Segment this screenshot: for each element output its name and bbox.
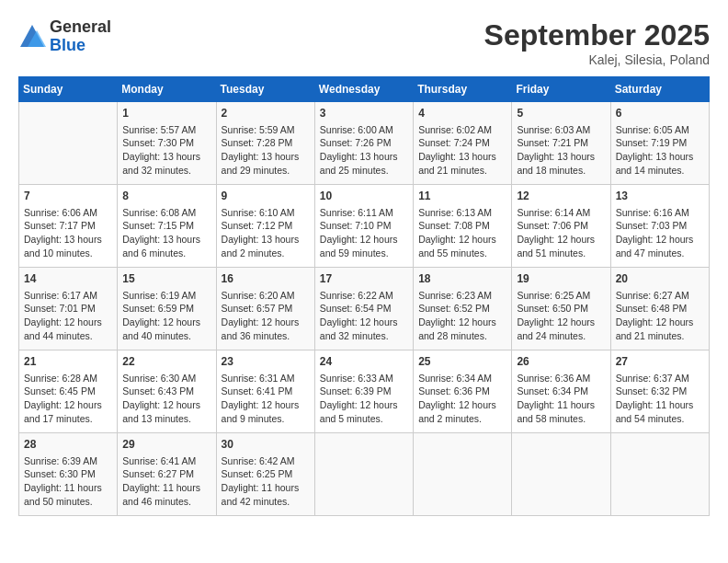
header-day: Tuesday — [216, 77, 314, 102]
day-number: 30 — [222, 437, 310, 453]
header-day: Wednesday — [314, 77, 413, 102]
day-number: 11 — [418, 189, 506, 204]
day-number: 10 — [320, 189, 408, 204]
calendar-cell: 3Sunrise: 6:00 AM Sunset: 7:26 PM Daylig… — [314, 102, 413, 185]
day-number: 27 — [616, 354, 704, 370]
day-info: Sunrise: 6:14 AM Sunset: 7:06 PM Dayligh… — [517, 207, 595, 259]
calendar-cell: 11Sunrise: 6:13 AM Sunset: 7:08 PM Dayli… — [414, 185, 512, 268]
day-number: 21 — [24, 354, 112, 370]
day-number: 6 — [616, 106, 704, 121]
day-info: Sunrise: 6:30 AM Sunset: 6:43 PM Dayligh… — [122, 373, 200, 424]
day-number: 19 — [517, 271, 605, 287]
day-info: Sunrise: 6:37 AM Sunset: 6:32 PM Dayligh… — [616, 373, 694, 424]
calendar-cell: 6Sunrise: 6:05 AM Sunset: 7:19 PM Daylig… — [610, 102, 709, 185]
day-info: Sunrise: 6:11 AM Sunset: 7:10 PM Dayligh… — [320, 207, 398, 259]
calendar-cell: 18Sunrise: 6:23 AM Sunset: 6:52 PM Dayli… — [414, 268, 512, 350]
day-info: Sunrise: 6:08 AM Sunset: 7:15 PM Dayligh… — [122, 207, 200, 259]
day-number: 20 — [616, 271, 704, 287]
day-info: Sunrise: 6:39 AM Sunset: 6:30 PM Dayligh… — [24, 455, 102, 507]
calendar-cell: 28Sunrise: 6:39 AM Sunset: 6:30 PM Dayli… — [19, 433, 118, 516]
day-number: 24 — [320, 354, 408, 370]
day-info: Sunrise: 6:22 AM Sunset: 6:54 PM Dayligh… — [320, 290, 398, 341]
day-info: Sunrise: 6:28 AM Sunset: 6:45 PM Dayligh… — [24, 373, 102, 424]
day-number: 4 — [418, 106, 506, 121]
day-number: 16 — [222, 271, 310, 287]
day-number: 22 — [122, 354, 210, 370]
day-info: Sunrise: 6:42 AM Sunset: 6:25 PM Dayligh… — [222, 455, 300, 507]
header-day: Saturday — [610, 77, 709, 102]
calendar-cell: 7Sunrise: 6:06 AM Sunset: 7:17 PM Daylig… — [19, 185, 118, 268]
day-number: 25 — [418, 354, 506, 370]
logo: General Blue — [18, 18, 111, 55]
day-info: Sunrise: 6:16 AM Sunset: 7:03 PM Dayligh… — [616, 207, 694, 259]
day-info: Sunrise: 6:05 AM Sunset: 7:19 PM Dayligh… — [616, 124, 694, 176]
calendar-cell: 19Sunrise: 6:25 AM Sunset: 6:50 PM Dayli… — [512, 268, 610, 350]
logo-icon — [18, 23, 46, 51]
calendar-cell: 5Sunrise: 6:03 AM Sunset: 7:21 PM Daylig… — [512, 102, 610, 185]
day-info: Sunrise: 6:27 AM Sunset: 6:48 PM Dayligh… — [616, 290, 694, 341]
location: Kalej, Silesia, Poland — [484, 52, 710, 67]
calendar-body: 1Sunrise: 5:57 AM Sunset: 7:30 PM Daylig… — [19, 102, 710, 516]
calendar-cell: 23Sunrise: 6:31 AM Sunset: 6:41 PM Dayli… — [216, 350, 314, 433]
calendar-week-row: 28Sunrise: 6:39 AM Sunset: 6:30 PM Dayli… — [19, 433, 710, 516]
calendar-cell: 2Sunrise: 5:59 AM Sunset: 7:28 PM Daylig… — [216, 102, 314, 185]
calendar-cell: 1Sunrise: 5:57 AM Sunset: 7:30 PM Daylig… — [118, 102, 216, 185]
logo-blue: Blue — [50, 37, 111, 55]
day-info: Sunrise: 6:02 AM Sunset: 7:24 PM Dayligh… — [418, 124, 496, 176]
day-number: 2 — [222, 106, 310, 121]
calendar-week-row: 1Sunrise: 5:57 AM Sunset: 7:30 PM Daylig… — [19, 102, 710, 185]
title-block: September 2025 Kalej, Silesia, Poland — [484, 18, 710, 67]
calendar-week-row: 7Sunrise: 6:06 AM Sunset: 7:17 PM Daylig… — [19, 185, 710, 268]
day-info: Sunrise: 6:20 AM Sunset: 6:57 PM Dayligh… — [222, 290, 300, 341]
calendar-cell: 12Sunrise: 6:14 AM Sunset: 7:06 PM Dayli… — [512, 185, 610, 268]
page-header: General Blue September 2025 Kalej, Siles… — [18, 18, 710, 67]
calendar-week-row: 21Sunrise: 6:28 AM Sunset: 6:45 PM Dayli… — [19, 350, 710, 433]
calendar-cell — [414, 433, 512, 516]
calendar-cell: 25Sunrise: 6:34 AM Sunset: 6:36 PM Dayli… — [414, 350, 512, 433]
calendar-cell: 20Sunrise: 6:27 AM Sunset: 6:48 PM Dayli… — [610, 268, 709, 350]
calendar-cell: 17Sunrise: 6:22 AM Sunset: 6:54 PM Dayli… — [314, 268, 413, 350]
day-info: Sunrise: 6:10 AM Sunset: 7:12 PM Dayligh… — [222, 207, 300, 259]
calendar-cell: 27Sunrise: 6:37 AM Sunset: 6:32 PM Dayli… — [610, 350, 709, 433]
header-day: Friday — [512, 77, 610, 102]
day-info: Sunrise: 6:03 AM Sunset: 7:21 PM Dayligh… — [517, 124, 595, 176]
calendar-cell: 8Sunrise: 6:08 AM Sunset: 7:15 PM Daylig… — [118, 185, 216, 268]
calendar-cell: 26Sunrise: 6:36 AM Sunset: 6:34 PM Dayli… — [512, 350, 610, 433]
calendar-table: SundayMondayTuesdayWednesdayThursdayFrid… — [18, 76, 710, 516]
day-number: 18 — [418, 271, 506, 287]
logo-text: General Blue — [50, 18, 111, 55]
calendar-cell: 10Sunrise: 6:11 AM Sunset: 7:10 PM Dayli… — [314, 185, 413, 268]
header-day: Thursday — [414, 77, 512, 102]
day-info: Sunrise: 6:19 AM Sunset: 6:59 PM Dayligh… — [122, 290, 200, 341]
day-number: 29 — [122, 437, 210, 453]
calendar-cell: 24Sunrise: 6:33 AM Sunset: 6:39 PM Dayli… — [314, 350, 413, 433]
day-info: Sunrise: 6:06 AM Sunset: 7:17 PM Dayligh… — [24, 207, 102, 259]
day-number: 1 — [122, 106, 210, 121]
day-number: 28 — [24, 437, 112, 453]
day-number: 8 — [122, 189, 210, 204]
calendar-cell: 30Sunrise: 6:42 AM Sunset: 6:25 PM Dayli… — [216, 433, 314, 516]
calendar-week-row: 14Sunrise: 6:17 AM Sunset: 7:01 PM Dayli… — [19, 268, 710, 350]
calendar-cell: 22Sunrise: 6:30 AM Sunset: 6:43 PM Dayli… — [118, 350, 216, 433]
day-number: 26 — [517, 354, 605, 370]
day-number: 13 — [616, 189, 704, 204]
day-info: Sunrise: 6:41 AM Sunset: 6:27 PM Dayligh… — [122, 455, 200, 507]
day-number: 9 — [222, 189, 310, 204]
calendar-cell: 9Sunrise: 6:10 AM Sunset: 7:12 PM Daylig… — [216, 185, 314, 268]
calendar-cell: 16Sunrise: 6:20 AM Sunset: 6:57 PM Dayli… — [216, 268, 314, 350]
calendar-cell: 14Sunrise: 6:17 AM Sunset: 7:01 PM Dayli… — [19, 268, 118, 350]
day-info: Sunrise: 6:17 AM Sunset: 7:01 PM Dayligh… — [24, 290, 102, 341]
day-number: 23 — [222, 354, 310, 370]
day-number: 7 — [24, 189, 112, 204]
header-day: Monday — [118, 77, 216, 102]
day-info: Sunrise: 6:25 AM Sunset: 6:50 PM Dayligh… — [517, 290, 595, 341]
day-info: Sunrise: 6:36 AM Sunset: 6:34 PM Dayligh… — [517, 373, 595, 424]
header-row: SundayMondayTuesdayWednesdayThursdayFrid… — [19, 77, 710, 102]
day-number: 3 — [320, 106, 408, 121]
day-info: Sunrise: 6:34 AM Sunset: 6:36 PM Dayligh… — [418, 373, 496, 424]
day-info: Sunrise: 6:23 AM Sunset: 6:52 PM Dayligh… — [418, 290, 496, 341]
month-title: September 2025 — [484, 18, 710, 52]
calendar-cell — [314, 433, 413, 516]
calendar-cell — [512, 433, 610, 516]
calendar-cell — [19, 102, 118, 185]
